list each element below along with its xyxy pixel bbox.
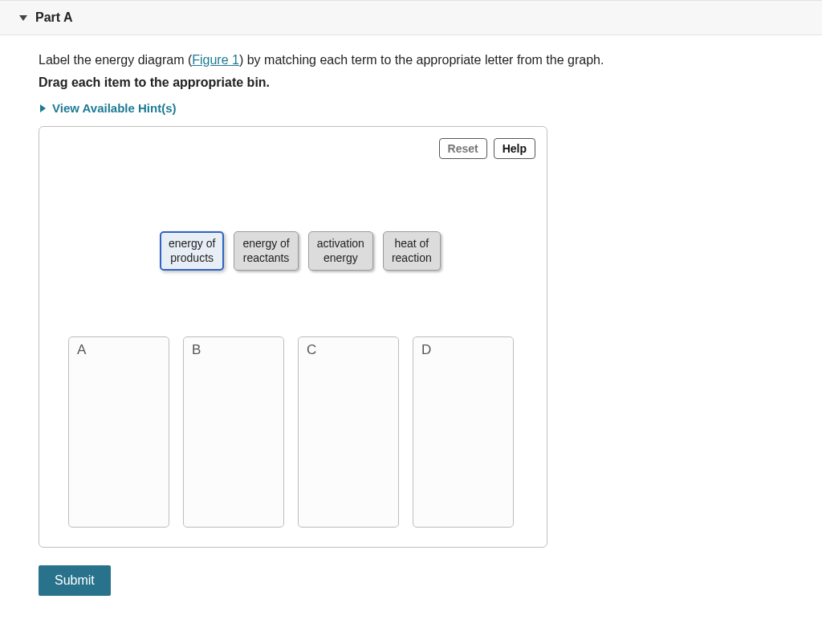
drag-item-energy-of-products[interactable]: energy of products <box>160 231 224 271</box>
part-header[interactable]: Part A <box>0 0 822 35</box>
caret-down-icon <box>19 15 27 21</box>
bin-label: D <box>421 342 431 358</box>
bins-row: A B C D <box>68 336 547 528</box>
drag-item-line1: energy of <box>169 237 215 250</box>
drag-item-line2: reaction <box>392 251 432 264</box>
question-text: Label the energy diagram (Figure 1) by m… <box>39 53 822 67</box>
bin-label: B <box>192 342 201 358</box>
reset-button[interactable]: Reset <box>439 138 487 159</box>
drag-item-line1: activation <box>317 237 364 250</box>
caret-right-icon <box>40 104 46 112</box>
part-title: Part A <box>35 10 73 25</box>
drag-item-line1: heat of <box>394 237 429 250</box>
drag-instruction: Drag each item to the appropriate bin. <box>39 75 822 90</box>
bin-a[interactable]: A <box>68 336 169 528</box>
view-hints-toggle[interactable]: View Available Hint(s) <box>39 101 822 115</box>
drag-item-activation-energy[interactable]: activation energy <box>308 231 373 271</box>
bin-label: A <box>77 342 86 358</box>
bin-c[interactable]: C <box>298 336 399 528</box>
bin-b[interactable]: B <box>183 336 284 528</box>
submit-button[interactable]: Submit <box>39 565 111 596</box>
drag-item-line2: energy <box>324 251 358 264</box>
figure-link[interactable]: Figure 1 <box>192 53 239 67</box>
drag-items-staging: energy of products energy of reactants a… <box>160 231 547 271</box>
drag-drop-panel: Reset Help energy of products energy of … <box>39 126 547 548</box>
hints-label: View Available Hint(s) <box>52 101 177 115</box>
drag-item-line1: energy of <box>242 237 289 250</box>
question-post: ) by matching each term to the appropria… <box>239 53 604 67</box>
drag-item-heat-of-reaction[interactable]: heat of reaction <box>383 231 441 271</box>
bin-d[interactable]: D <box>413 336 514 528</box>
bin-label: C <box>307 342 316 358</box>
help-button[interactable]: Help <box>494 138 535 159</box>
question-pre: Label the energy diagram ( <box>39 53 192 67</box>
drag-item-line2: reactants <box>243 251 290 264</box>
drag-item-line2: products <box>170 251 214 264</box>
drag-item-energy-of-reactants[interactable]: energy of reactants <box>234 231 298 271</box>
